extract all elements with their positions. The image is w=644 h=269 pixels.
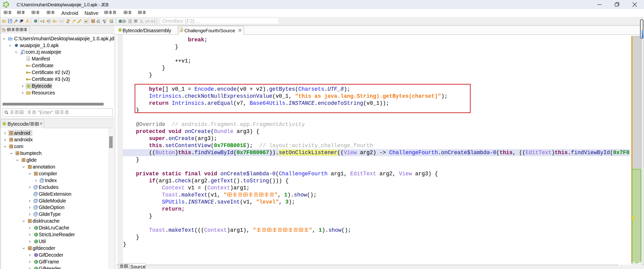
svg-text:C: C (35, 260, 37, 263)
svg-text:C: C (35, 233, 37, 236)
svg-text:C: C (35, 267, 37, 269)
svg-text:C: C (35, 240, 37, 243)
svg-text:C: C (35, 226, 37, 229)
svg-text:I: I (36, 253, 36, 256)
svg-text:J: J (181, 29, 182, 32)
svg-text:x: x (28, 57, 29, 60)
